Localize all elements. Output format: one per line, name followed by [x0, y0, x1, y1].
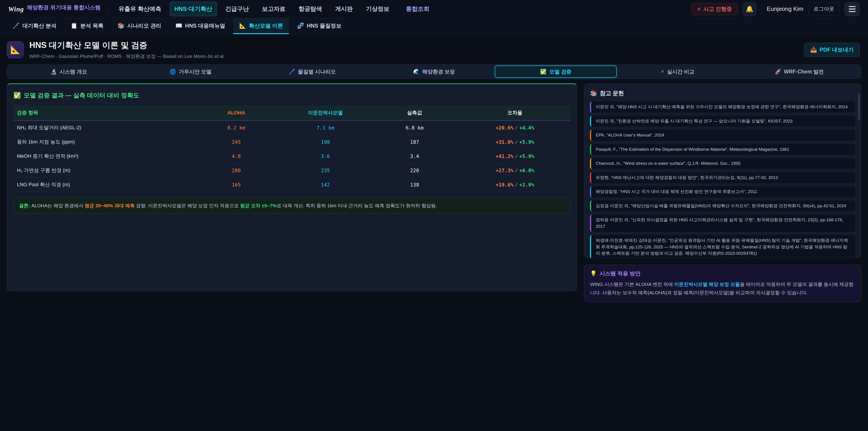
right-column: 📚 참고 문헌 이문진 외, "해양 HNS 사고 시 대기확산 예측을 위한 …: [584, 83, 861, 302]
reference-item: 이문진 외, "친환경 선박연료 해양 유출 시 대기확산 특성 연구 — 암모…: [590, 116, 855, 127]
pdf-export-button[interactable]: 📥 PDF 내보내기: [804, 43, 860, 57]
subnav-item-hns-substance-info[interactable]: 🧬 HNS 물질정보: [291, 18, 347, 34]
top-navigation: Wing 해양환경 위기대응 통합시스템 유출유 확산예측 HNS·대기확산 긴…: [0, 0, 868, 18]
col-header-moonjin-model: 이문진박사모델: [281, 105, 370, 120]
validation-title: ✅ 모델 검증 결과 — 실측 데이터 대비 정확도: [13, 91, 570, 99]
triangle-ruler-icon: 📐: [7, 41, 24, 58]
rocket-icon: 🚀: [775, 69, 781, 75]
references-title: 📚 참고 문헌: [590, 90, 855, 97]
alert-dot-icon: [698, 7, 701, 11]
reference-item: 박경애·이진호·박재진·김태성·이문진, "인공위성 원격탐사 기반 AI 활용…: [590, 235, 855, 258]
main-menu: 유출유 확산예측 HNS·대기확산 긴급구난 보고자료 항공탐색 게시판 기상정…: [114, 1, 686, 17]
check-icon: ✅: [540, 69, 547, 75]
logout-button[interactable]: 로그아웃: [808, 2, 839, 16]
section-navigation: 🖊️ 대기확산 분석 📋 분석 목록 📚 시나리오 관리 📖 HNS 대응매뉴얼…: [0, 18, 868, 34]
system-application-card: 💡 시스템 적용 방안 WING 시스템은 기본 ALOHA 엔진 위에 이문진…: [584, 265, 861, 302]
reference-item: 이문진 외, "해양 HNS 사고 시 대기확산 예측을 위한 가우시안 모델의…: [590, 101, 855, 113]
model-validation-card: ✅ 모델 검증 결과 — 실측 데이터 대비 정확도 검증 항목 ALOHA 이…: [7, 83, 577, 291]
page-header-text: HNS 대기확산 모델 이론 및 검증 WRF-Chem · Gaussian …: [29, 40, 799, 59]
references-list: 이문진 외, "해양 HNS 사고 시 대기확산 예측을 위한 가우시안 모델의…: [590, 101, 855, 258]
tab-substance-scenarios[interactable]: 🖊️ 물질별 시나리오: [251, 65, 373, 78]
scrollbar-thumb[interactable]: [858, 93, 860, 120]
tab-model-validation[interactable]: ✅ 모델 검증: [495, 65, 617, 78]
tab-wrf-chem[interactable]: 🚀 WRF-Chem 발전: [738, 65, 860, 78]
nav-item-hns-dispersion[interactable]: HNS·대기확산: [169, 1, 217, 17]
app-title: 해양환경 위기대응 통합시스템: [27, 4, 101, 11]
open-book-icon: 📖: [176, 22, 182, 29]
col-header-item: 검증 항목: [13, 105, 192, 120]
reference-item: Pasquill, F., "The Estimation of the Dis…: [590, 144, 855, 155]
system-application-body: WING 시스템은 기본 ALOHA 엔진 위에 이문진박사모델 해양 보정 모…: [590, 280, 855, 297]
download-icon: 📥: [810, 47, 817, 53]
tab-realtime-comparison[interactable]: ⚡ 실시간 비교: [617, 65, 739, 78]
microscope-icon: 🔬: [51, 69, 57, 75]
incident-status-label: 사고 진행중: [703, 5, 732, 13]
menu-button[interactable]: [844, 2, 860, 16]
wave-icon: 🌊: [413, 69, 420, 75]
nav-item-aerial-search[interactable]: 항공탐색: [293, 1, 327, 17]
clipboard-icon: 📋: [70, 22, 78, 29]
pen-icon: 🖊️: [13, 22, 20, 29]
nav-item-integrated-search[interactable]: 통합조회: [401, 1, 434, 17]
system-application-title: 💡 시스템 적용 방안: [590, 270, 855, 277]
divider: [762, 4, 762, 14]
subnav-item-analysis-list[interactable]: 📋 분석 목록: [65, 18, 110, 34]
nav-item-board[interactable]: 게시판: [330, 1, 358, 17]
nav-item-reports[interactable]: 보고자료: [257, 1, 290, 17]
subnav-item-scenario-management[interactable]: 📚 시나리오 관리: [112, 18, 167, 34]
reference-item: Charnock, H., "Wind stress on a water su…: [590, 158, 855, 169]
lightning-icon: ⚡: [660, 69, 664, 75]
tab-gaussian-model[interactable]: 🌀 가우시안 모델: [130, 65, 252, 78]
page-subtitle: WRF-Chem · Gaussian Plume/Puff · ROMS · …: [29, 53, 799, 59]
reference-item: EPA, "ALOHA User's Manual", 2024: [590, 130, 855, 141]
conclusion-note: 결론: ALOHA는 해양 환경에서 평균 20~40% 과대 예측 경향. 이…: [13, 198, 570, 214]
page-header: 📐 HNS 대기확산 모델 이론 및 검증 WRF-Chem · Gaussia…: [0, 34, 868, 63]
reference-item: 김창겸·이문진 외, "해양산업시설 배출 위험유해물질(HNS)의 해양확산 …: [590, 201, 855, 212]
triangle-ruler-icon: 📐: [239, 22, 246, 29]
subnav-item-model-theory[interactable]: 📐 확산모델 이론: [233, 18, 289, 34]
hamburger-icon: [849, 6, 856, 7]
tab-system-overview[interactable]: 🔬 시스템 개요: [8, 65, 130, 78]
main-content: ✅ 모델 검증 결과 — 실측 데이터 대비 정확도 검증 항목 ALOHA 이…: [0, 83, 868, 302]
pen-icon: 🖊️: [289, 69, 295, 75]
subnav-item-hns-manual[interactable]: 📖 HNS 대응매뉴얼: [169, 18, 231, 34]
nav-item-weather[interactable]: 기상정보: [361, 1, 395, 17]
validation-table: 검증 항목 ALOHA 이문진박사모델 실측값 오차율 NH₃ 최대 도달거리 …: [13, 105, 570, 192]
table-row: 풍하 1km 지점 농도 (ppm) 245 198 187 +31.0%/+5…: [13, 135, 570, 149]
table-row: H₂ 가연성 구름 반경 (m) 280 235 220 +27.3%/+6.8…: [13, 163, 570, 178]
divider: [398, 4, 398, 14]
tab-marine-correction[interactable]: 🌊 해양환경 보정: [373, 65, 495, 78]
theory-tab-bar: 🔬 시스템 개요 🌀 가우시안 모델 🖊️ 물질별 시나리오 🌊 해양환경 보정…: [7, 64, 861, 79]
dna-icon: 🧬: [297, 22, 304, 29]
notifications-button[interactable]: 🔔: [743, 2, 756, 16]
col-header-aloha: ALOHA: [192, 105, 281, 120]
wing-logo: Wing: [8, 5, 24, 13]
reference-item: 장하용·이문진 외, "신속한 의사결정을 위한 HNS 사고이력관리시스템 설…: [590, 214, 855, 232]
check-icon: ✅: [13, 92, 21, 99]
reference-item: 유영현, "HNS 재난사고에 대한 해양경찰의 대응 방안", 한국위기관리논…: [590, 172, 855, 183]
cyclone-icon: 🌀: [169, 69, 176, 75]
table-row: NH₃ 최대 도달거리 (AEGL-2) 8.2 km 7.1 km 6.8 k…: [13, 120, 570, 135]
table-row: MeOH 증기 확산 면적 (km²) 4.8 3.6 3.4 +41.2%/+…: [13, 149, 570, 163]
validation-table-header: 검증 항목 ALOHA 이문진박사모델 실측값 오차율: [13, 105, 570, 120]
col-header-error-rate: 오차율: [459, 105, 570, 120]
page-title: HNS 대기확산 모델 이론 및 검증: [29, 40, 799, 51]
subnav-item-dispersion-analysis[interactable]: 🖊️ 대기확산 분석: [7, 18, 62, 34]
references-card: 📚 참고 문헌 이문진 외, "해양 HNS 사고 시 대기확산 예측을 위한 …: [584, 83, 861, 258]
nav-item-emergency[interactable]: 긴급구난: [220, 1, 254, 17]
lightbulb-icon: 💡: [590, 270, 597, 277]
books-icon: 📚: [590, 90, 597, 96]
table-row: LNG Pool 확산 직경 (m) 165 142 138 +19.6%/+2…: [13, 178, 570, 192]
col-header-measured: 실측값: [370, 105, 459, 120]
books-icon: 📚: [118, 22, 125, 29]
user-name: Eunjeong Kim: [767, 5, 803, 12]
top-nav-right: 사고 진행중 🔔 Eunjeong Kim 로그아웃: [692, 2, 860, 16]
incident-status-badge: 사고 진행중: [692, 3, 738, 15]
reference-item: 해양경찰청, "HNS 사고 국가 대비 대응 체제 선진화 방안 연구용역 최…: [590, 186, 855, 197]
brand: Wing 해양환경 위기대응 통합시스템: [8, 4, 101, 14]
divider: [107, 4, 107, 14]
bell-icon: 🔔: [746, 5, 754, 13]
nav-item-oil-spill[interactable]: 유출유 확산예측: [114, 1, 166, 17]
